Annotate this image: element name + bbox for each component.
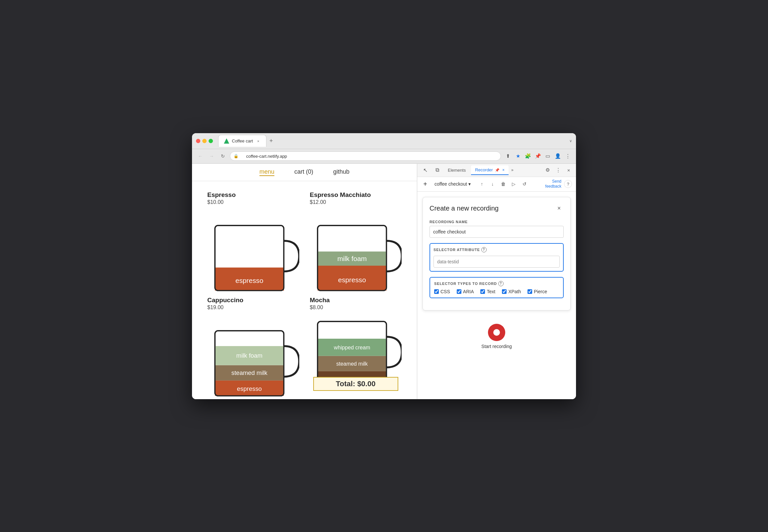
help-button[interactable]: ? (564, 180, 572, 188)
devtools-more-tabs-icon[interactable]: » (510, 166, 515, 174)
tab-recorder[interactable]: Recorder 📌 × (471, 165, 509, 175)
checkbox-css[interactable]: CSS (434, 289, 450, 294)
checkbox-xpath[interactable]: XPath (502, 289, 521, 294)
delete-recording-button[interactable]: 🗑 (499, 179, 508, 189)
selector-types-help-icon[interactable]: ? (498, 281, 504, 286)
share-icon[interactable]: ⬆ (504, 152, 512, 160)
recorder-tab-close-icon[interactable]: × (502, 168, 505, 172)
product-name: Mocha (310, 297, 402, 304)
minimize-window-button[interactable] (202, 139, 207, 143)
selector-attribute-group: SELECTOR ATTRIBUTE ? (430, 243, 564, 272)
maximize-window-button[interactable] (209, 139, 213, 143)
create-recording-dialog: Create a new recording × RECORDING NAME … (423, 197, 571, 310)
recording-selector[interactable]: coffee checkout ▾ (432, 180, 473, 188)
product-price: $12.00 (310, 199, 402, 205)
espresso-macchiato-mug-image: espresso milk foam (310, 209, 402, 308)
product-price: $10.00 (207, 199, 299, 205)
tab-title: Coffee cart (232, 138, 253, 143)
browser-tab[interactable]: Coffee cart × (218, 135, 266, 147)
checkbox-pierce[interactable]: Pierce (528, 289, 547, 294)
devtools-menu-icon[interactable]: ⋮ (553, 165, 563, 175)
upload-recording-button[interactable]: ↑ (477, 179, 487, 189)
bookmark-icon[interactable]: ★ (514, 152, 522, 160)
recording-dropdown-icon: ▾ (468, 181, 471, 187)
recording-name-text: coffee checkout (434, 181, 467, 187)
checkbox-text[interactable]: Text (480, 289, 495, 294)
devtools-panel: ↖ ⧉ Elements Recorder 📌 × » ⚙ ⋮ × + (417, 164, 576, 399)
toolbar-icons: ⬆ ★ 🧩 📌 ▭ 👤 ⋮ (504, 152, 572, 160)
selector-types-checkboxes: CSS ARIA Text XPath (434, 289, 559, 294)
add-recording-button[interactable]: + (421, 180, 429, 188)
browser-window: Coffee cart × + ∨ ← → ↻ 🔒 coffee-cart.ne… (192, 133, 576, 399)
address-bar-input[interactable]: 🔒 coffee-cart.netlify.app (230, 151, 501, 161)
github-nav-link[interactable]: github (333, 168, 349, 176)
record-inner-circle (493, 329, 500, 336)
menu-nav-link[interactable]: menu (259, 168, 274, 176)
selector-attribute-label: SELECTOR ATTRIBUTE ? (433, 247, 560, 252)
title-bar: Coffee cart × + ∨ (192, 133, 576, 149)
profile-icon[interactable]: 👤 (553, 152, 562, 160)
new-tab-button[interactable]: + (266, 136, 276, 145)
list-item[interactable]: Mocha $8.00 chocolate syrup steamed milk (305, 293, 407, 399)
recording-name-input[interactable] (430, 226, 564, 238)
window-chevron-icon: ∨ (569, 139, 572, 143)
start-recording-label: Start recording (481, 344, 512, 349)
menu-icon[interactable]: ⋮ (563, 152, 572, 160)
selector-attribute-input[interactable] (433, 256, 560, 268)
dialog-header: Create a new recording × (430, 204, 564, 213)
total-overlay: Total: $0.00 (313, 377, 399, 391)
recording-name-label: RECORDING NAME (430, 220, 564, 224)
devtools-close-button[interactable]: × (564, 165, 573, 175)
devtools-device-tool[interactable]: ⧉ (432, 165, 442, 175)
cappuccino-mug-image: espresso steamed milk milk foam (207, 314, 299, 399)
list-item[interactable]: Espresso Macchiato $12.00 espresso milk … (305, 188, 407, 294)
tab-elements[interactable]: Elements (444, 166, 470, 175)
recording-name-group: RECORDING NAME (430, 220, 564, 238)
refresh-button[interactable]: ↻ (219, 152, 227, 160)
product-name: Cappuccino (207, 297, 299, 304)
website-panel: menu cart (0) github Espresso $10.00 (192, 164, 417, 399)
total-label: Total: $0.00 (336, 380, 375, 388)
recorder-toolbar: + coffee checkout ▾ ↑ ↓ 🗑 ▷ ↺ Sendfeedba… (417, 177, 576, 192)
back-button[interactable]: ← (196, 152, 205, 160)
product-price: $19.00 (207, 305, 299, 310)
selector-types-label: SELECTOR TYPES TO RECORD ? (434, 281, 559, 286)
svg-text:espresso: espresso (338, 276, 366, 283)
sidebar-icon[interactable]: ▭ (543, 152, 552, 160)
checkbox-text-input[interactable] (480, 289, 485, 294)
send-feedback-link[interactable]: Sendfeedback (545, 179, 561, 189)
selector-attribute-help-icon[interactable]: ? (481, 247, 487, 252)
devtools-select-tool[interactable]: ↖ (420, 165, 431, 175)
url-text: coffee-cart.netlify.app (246, 154, 287, 159)
forward-button[interactable]: → (207, 152, 216, 160)
list-item[interactable]: Cappuccino $19.00 espresso steamed milk (202, 293, 305, 399)
traffic-lights (196, 139, 213, 143)
selector-attribute-box: SELECTOR ATTRIBUTE ? (430, 243, 564, 272)
recorder-actions: ↑ ↓ 🗑 ▷ ↺ (477, 179, 529, 189)
checkbox-css-input[interactable] (434, 289, 439, 294)
list-item[interactable]: Espresso $10.00 espresso (202, 188, 305, 294)
download-recording-button[interactable]: ↓ (488, 179, 497, 189)
svg-text:espresso: espresso (236, 276, 263, 284)
checkbox-aria[interactable]: ARIA (457, 289, 474, 294)
cart-nav-link[interactable]: cart (0) (294, 168, 313, 176)
site-navigation: menu cart (0) github (192, 164, 417, 181)
pin-icon[interactable]: 📌 (533, 152, 542, 160)
product-price: $8.00 (310, 305, 402, 310)
start-recording-button[interactable] (488, 324, 505, 341)
checkbox-pierce-input[interactable] (528, 289, 532, 294)
tab-close-button[interactable]: × (255, 138, 261, 144)
devtools-settings-icon[interactable]: ⚙ (543, 165, 552, 175)
replay-recording-button[interactable]: ↺ (520, 179, 529, 189)
svg-text:milk foam: milk foam (236, 352, 262, 359)
main-content: menu cart (0) github Espresso $10.00 (192, 164, 576, 399)
svg-text:whipped cream: whipped cream (334, 345, 370, 351)
close-window-button[interactable] (196, 139, 200, 143)
extensions-icon[interactable]: 🧩 (524, 152, 532, 160)
devtools-tab-bar: ↖ ⧉ Elements Recorder 📌 × » ⚙ ⋮ × (417, 164, 576, 177)
checkbox-aria-input[interactable] (457, 289, 461, 294)
checkbox-xpath-input[interactable] (502, 289, 507, 294)
selector-types-box: SELECTOR TYPES TO RECORD ? CSS ARIA (430, 277, 564, 298)
dialog-close-button[interactable]: × (554, 204, 564, 213)
play-recording-button[interactable]: ▷ (509, 179, 519, 189)
